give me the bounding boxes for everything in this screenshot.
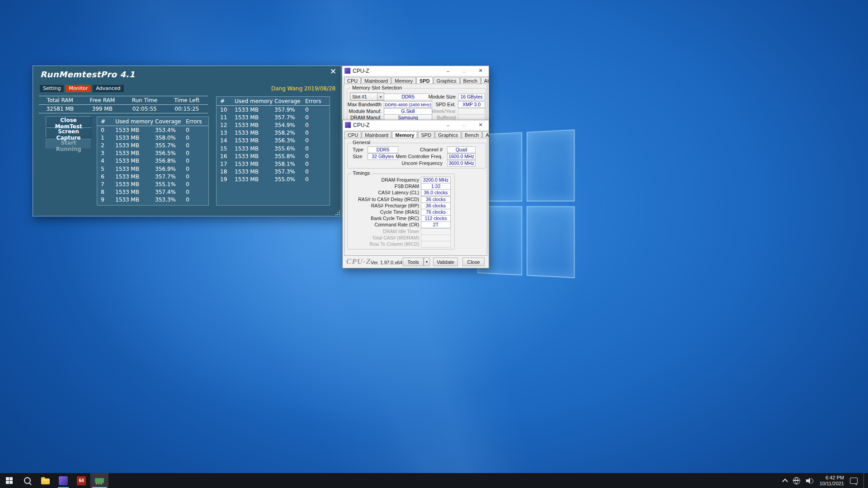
volume-icon[interactable] xyxy=(806,478,814,484)
errors: 0 xyxy=(186,135,208,141)
close-memtest-button[interactable]: Close MemTest xyxy=(46,116,91,127)
close-icon[interactable]: ✕ xyxy=(472,66,489,75)
timing-value: 36.0 clocks xyxy=(421,189,451,196)
titlebar[interactable]: CPU-Z – □ ✕ xyxy=(342,66,489,75)
network-icon[interactable] xyxy=(793,477,800,484)
start-button[interactable] xyxy=(0,473,18,488)
used-memory: 1533 MB xyxy=(115,166,155,172)
memtest-table-right: #Used memoryCoverageErrors 101533 MB357.… xyxy=(216,96,330,206)
time-left-value: 00:15:25 xyxy=(166,106,208,112)
column-header: Used memory xyxy=(115,118,155,125)
screen-capture-button[interactable]: Screen Capture xyxy=(46,127,91,138)
group-label: Memory Slot Selection xyxy=(351,85,403,90)
row-index: 18 xyxy=(220,169,235,175)
spd-ext-field: XMP 3.0 xyxy=(458,101,485,108)
column-header: Used memory xyxy=(235,98,274,104)
errors: 0 xyxy=(305,114,328,121)
close-icon[interactable]: ✕ xyxy=(330,67,336,76)
used-memory: 1533 MB xyxy=(115,189,155,195)
tools-button[interactable]: Tools xyxy=(403,258,424,266)
titlebar[interactable]: CPU-Z – □ ✕ xyxy=(343,120,489,130)
window-title: RunMemtestPro 4.1 xyxy=(40,70,135,79)
maximize-icon[interactable]: □ xyxy=(456,66,472,75)
timing-label: DRAM Frequency xyxy=(348,177,419,183)
channel-field: Quad xyxy=(447,146,476,153)
used-memory: 1533 MB xyxy=(235,161,274,167)
column-header: Coverage xyxy=(155,118,186,125)
row-index: 2 xyxy=(101,142,115,149)
cpuz-taskbar-button[interactable] xyxy=(54,473,72,488)
cpuz-icon xyxy=(345,122,351,128)
tab-page-memory: General Type DDR5 Size 32 GBytes Channel… xyxy=(344,138,487,256)
close-icon[interactable]: ✕ xyxy=(472,120,489,130)
maximize-icon[interactable]: □ xyxy=(456,120,472,130)
hidden-icons-chevron[interactable] xyxy=(782,479,788,484)
memtest-table-row: 131533 MB358.2%0 xyxy=(217,129,330,137)
memtest64-taskbar-button[interactable]: 64 xyxy=(72,473,90,488)
minimize-icon[interactable]: – xyxy=(440,120,456,130)
coverage: 357.7% xyxy=(155,174,186,180)
week-year-label: Week/Year xyxy=(415,108,456,114)
module-manuf-label: Module Manuf. xyxy=(347,108,382,114)
coverage: 358.0% xyxy=(155,135,186,141)
row-index: 4 xyxy=(101,158,115,164)
row-index: 7 xyxy=(101,181,115,188)
coverage: 358.1% xyxy=(274,161,305,167)
search-button[interactable] xyxy=(18,473,36,488)
show-desktop-button[interactable] xyxy=(863,473,866,488)
memtest-table-row: 151533 MB355.6%0 xyxy=(217,145,330,152)
memtest-table-row: 71533 MB355.1%0 xyxy=(97,180,208,188)
coverage: 357.4% xyxy=(155,189,186,195)
timing-value: 3200.0 MHz xyxy=(421,177,451,183)
used-memory: 1533 MB xyxy=(115,135,155,141)
cpuz-icon xyxy=(344,68,350,74)
coverage: 354.9% xyxy=(274,122,305,128)
runmemtestpro-taskbar-button[interactable] xyxy=(90,473,108,488)
action-center-icon[interactable] xyxy=(850,478,858,484)
clock[interactable]: 6:42 PM 10/11/2021 xyxy=(820,475,844,487)
memtest-buttons: Close MemTest Screen Capture Start Runni… xyxy=(46,116,91,150)
used-memory: 1533 MB xyxy=(115,181,155,188)
minimize-icon[interactable]: – xyxy=(440,66,456,75)
timings-group: Timings DRAM Frequency3200.0 MHzFSB:DRAM… xyxy=(347,174,455,249)
timing-label: Total CAS# (tRDRAM) xyxy=(348,235,419,240)
tab-monitor[interactable]: Monitor xyxy=(66,85,91,92)
close-button[interactable]: Close xyxy=(462,258,485,266)
cpuz-spd-window: CPU-Z – □ ✕ CPUMainboardMemorySPDGraphic… xyxy=(342,66,489,124)
errors: 0 xyxy=(305,145,328,152)
errors: 0 xyxy=(305,130,328,136)
memory-slot-selection-group: Memory Slot Selection Slot #1 ▾ DDR5 Mod… xyxy=(347,88,486,123)
cpuz-logo: CPU-Z xyxy=(346,257,371,266)
column-header: Errors xyxy=(305,98,328,104)
tab-setting[interactable]: Setting xyxy=(40,85,64,92)
memtest-table-row: 181533 MB357.3%0 xyxy=(217,168,330,176)
resize-grip[interactable] xyxy=(335,210,340,215)
stats-header: Run Time xyxy=(123,97,166,103)
coverage: 353.3% xyxy=(155,197,186,203)
errors: 0 xyxy=(305,169,328,175)
validate-button[interactable]: Validate xyxy=(433,258,458,266)
timing-row: RAS# Precharge (tRP)36 clocks xyxy=(348,202,454,209)
slot-select-dropdown[interactable]: Slot #1 ▾ xyxy=(350,93,384,101)
timing-value: 36 clocks xyxy=(421,202,451,209)
tab-advanced[interactable]: Advanced xyxy=(93,85,123,92)
errors: 0 xyxy=(305,107,328,113)
memtest-table-row: 81533 MB357.4%0 xyxy=(97,188,208,196)
module-size-label: Module Size xyxy=(415,94,456,99)
used-memory: 1533 MB xyxy=(115,174,155,180)
coverage: 355.7% xyxy=(155,142,186,149)
start-running-button[interactable]: Start Running xyxy=(46,139,91,149)
errors: 0 xyxy=(186,127,208,133)
mem-controller-freq-label: Mem Controller Freq. xyxy=(393,154,443,159)
memtest64-icon: 64 xyxy=(77,476,86,485)
memtest-table-row: 141533 MB356.3%0 xyxy=(217,137,330,145)
coverage: 356.3% xyxy=(274,137,305,144)
coverage: 355.0% xyxy=(274,176,305,183)
file-explorer-button[interactable] xyxy=(36,473,54,488)
used-memory: 1533 MB xyxy=(235,122,274,128)
errors: 0 xyxy=(305,137,328,144)
timing-label: Row To Column (tRCD) xyxy=(348,241,419,247)
search-icon xyxy=(24,477,31,484)
memtest-table-row: 91533 MB353.3%0 xyxy=(97,196,208,204)
tools-dropdown-icon[interactable]: ▾ xyxy=(424,258,430,266)
